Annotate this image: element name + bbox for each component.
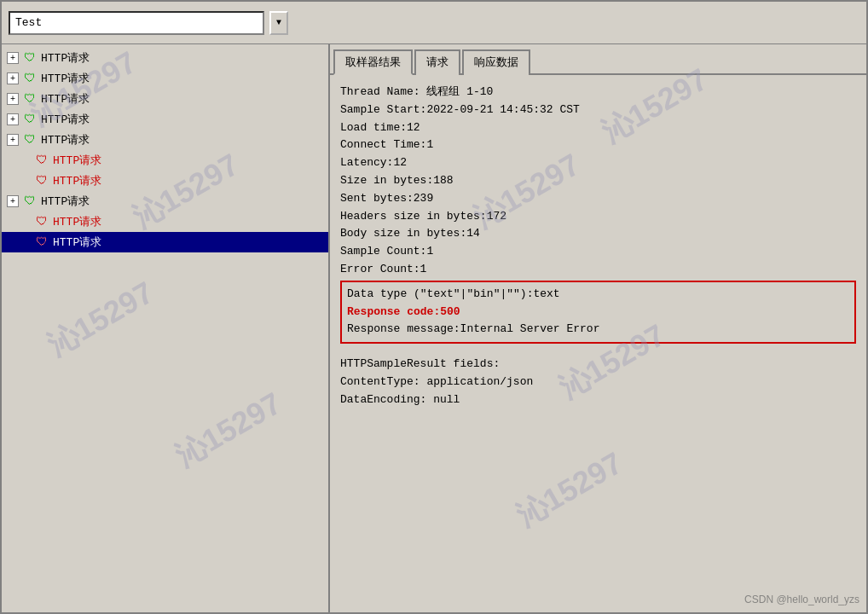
content-type-line: ContentType: application/json xyxy=(340,374,856,391)
error-count-line: Error Count:1 xyxy=(340,261,856,279)
sent-bytes-line: Sent bytes:239 xyxy=(340,190,856,208)
tree-item-5[interactable]: + 🛡 HTTP请求 xyxy=(2,130,328,150)
item-label-8: HTTP请求 xyxy=(41,194,90,209)
sample-count-line: Sample Count:1 xyxy=(340,243,856,261)
tree-item-8[interactable]: + 🛡 HTTP请求 xyxy=(2,191,328,211)
item-label-1: HTTP请求 xyxy=(41,50,90,66)
tree-item-10[interactable]: 🛡 HTTP请求 xyxy=(2,232,328,252)
shield-green-icon-3: 🛡 xyxy=(22,91,38,107)
expand-icon-3[interactable]: + xyxy=(7,93,19,105)
csdn-label: CSDN @hello_world_yzs xyxy=(744,594,859,605)
expand-icon-2[interactable]: + xyxy=(7,72,19,84)
thread-name-line: Thread Name: 线程组 1-10 xyxy=(340,84,856,101)
item-label-9: HTTP请求 xyxy=(53,214,101,229)
response-message-line: Response message:Internal Server Error xyxy=(347,321,849,339)
tabs-bar: 取样器结果 请求 响应数据 xyxy=(330,44,866,75)
expand-icon-4[interactable]: + xyxy=(7,113,19,125)
headers-size-line: Headers size in bytes:172 xyxy=(340,208,856,226)
tab-response-data[interactable]: 响应数据 xyxy=(462,49,530,75)
tree-item-7[interactable]: 🛡 HTTP请求 xyxy=(2,171,328,191)
http-fields-section: HTTPSampleResult fields: ContentType: ap… xyxy=(340,356,856,408)
result-content: Thread Name: 线程组 1-10 Sample Start:2022-… xyxy=(330,75,866,612)
content-area: + 🛡 HTTP请求 + 🛡 HTTP请求 + 🛡 HTTP请求 + 🛡 HTT… xyxy=(2,44,866,612)
http-sample-result-line: HTTPSampleResult fields: xyxy=(340,356,856,374)
tree-item-3[interactable]: + 🛡 HTTP请求 xyxy=(2,89,328,109)
expand-placeholder-7 xyxy=(19,175,31,187)
latency-line: Latency:12 xyxy=(340,154,856,172)
data-encoding-line: DataEncoding: null xyxy=(340,391,856,409)
expand-icon-8[interactable]: + xyxy=(7,195,19,207)
expand-icon-5[interactable]: + xyxy=(7,134,19,146)
test-plan-dropdown[interactable]: Test xyxy=(9,11,264,35)
shield-red-icon-10: 🛡 xyxy=(34,235,49,250)
item-label-7: HTTP请求 xyxy=(53,173,101,188)
tree-item-2[interactable]: + 🛡 HTTP请求 xyxy=(2,68,328,89)
item-label-6: HTTP请求 xyxy=(53,153,101,168)
right-panel: 取样器结果 请求 响应数据 Thread Name: 线程组 1-10 Samp… xyxy=(330,44,866,612)
load-time-line: Load time:12 xyxy=(340,119,856,137)
item-label-3: HTTP请求 xyxy=(41,91,90,107)
main-window: Test ▼ + 🛡 HTTP请求 + 🛡 HTTP请求 + 🛡 HTTP请求 xyxy=(0,0,868,614)
item-label-4: HTTP请求 xyxy=(41,112,90,127)
shield-green-icon-2: 🛡 xyxy=(22,71,38,86)
expand-icon-1[interactable]: + xyxy=(7,52,19,64)
shield-green-icon-1: 🛡 xyxy=(22,50,38,66)
item-label-2: HTTP请求 xyxy=(41,71,90,86)
dropdown-arrow-icon[interactable]: ▼ xyxy=(269,11,288,35)
tree-item-1[interactable]: + 🛡 HTTP请求 xyxy=(2,48,328,68)
connect-time-line: Connect Time:1 xyxy=(340,136,856,154)
shield-green-icon-4: 🛡 xyxy=(22,112,38,127)
data-type-line: Data type ("text"|"bin"|""):text xyxy=(347,286,849,304)
tree-item-9[interactable]: 🛡 HTTP请求 xyxy=(2,211,328,232)
body-size-line: Body size in bytes:14 xyxy=(340,225,856,243)
tree-panel: + 🛡 HTTP请求 + 🛡 HTTP请求 + 🛡 HTTP请求 + 🛡 HTT… xyxy=(2,44,330,612)
tree-item-4[interactable]: + 🛡 HTTP请求 xyxy=(2,109,328,130)
shield-green-icon-8: 🛡 xyxy=(22,194,38,209)
shield-red-icon-6: 🛡 xyxy=(34,153,49,168)
tab-sampler-result[interactable]: 取样器结果 xyxy=(333,49,413,75)
highlight-box: Data type ("text"|"bin"|""):text Respons… xyxy=(340,281,856,344)
toolbar: Test ▼ xyxy=(2,2,866,44)
sample-start-line: Sample Start:2022-09-21 14:45:32 CST xyxy=(340,101,856,119)
tab-request[interactable]: 请求 xyxy=(414,49,460,75)
expand-placeholder-6 xyxy=(19,154,31,166)
item-label-10: HTTP请求 xyxy=(53,235,101,250)
shield-green-icon-5: 🛡 xyxy=(22,132,38,148)
expand-placeholder-9 xyxy=(19,216,31,228)
shield-red-icon-7: 🛡 xyxy=(34,173,49,188)
response-code-line: Response code:500 xyxy=(347,304,849,321)
expand-placeholder-10 xyxy=(19,236,31,248)
item-label-5: HTTP请求 xyxy=(41,132,90,148)
size-bytes-line: Size in bytes:188 xyxy=(340,172,856,190)
shield-red-icon-9: 🛡 xyxy=(34,214,49,229)
tree-item-6[interactable]: 🛡 HTTP请求 xyxy=(2,150,328,171)
